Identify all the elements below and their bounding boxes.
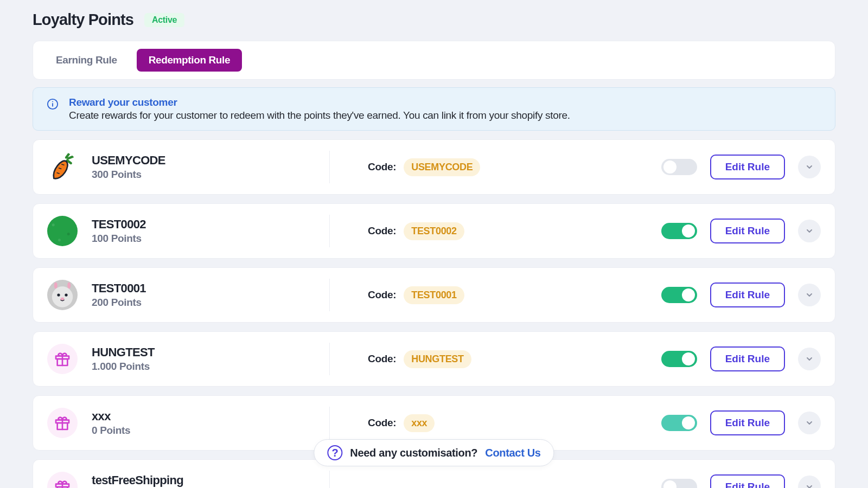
svg-point-11 [52,286,73,307]
rule-row: USEMYCODE 300 Points Code: USEMYCODE Edi… [33,139,835,195]
rule-points: 100 Points [92,233,146,245]
tab-redemption[interactable]: Redemption Rule [137,49,242,72]
rule-row: TEST0002 100 Points Code: TEST0002 Edit … [33,203,835,259]
enable-toggle[interactable] [661,479,697,488]
info-desc: Create rewards for your customer to rede… [69,110,570,121]
carrot-icon [47,152,78,182]
enable-toggle[interactable] [661,287,697,303]
expand-button[interactable] [798,348,821,370]
tabs-container: Earning Rule Redemption Rule [33,41,835,80]
divider [329,471,330,488]
code-wrap: Code: xxx [330,414,661,432]
svg-point-14 [61,297,65,300]
code-wrap: Code: TEST0001 [330,286,661,304]
rule-name: USEMYCODE [92,153,165,168]
code-label: Code: [368,161,396,173]
avatar-green [47,216,78,246]
expand-button[interactable] [798,284,821,306]
page-title: Loyalty Points [33,11,133,29]
help-floater: ? Need any customisation? Contact Us [314,439,554,466]
svg-point-13 [65,293,67,296]
edit-rule-button[interactable]: Edit Rule [710,282,785,307]
edit-rule-button[interactable]: Edit Rule [710,155,785,179]
enable-toggle[interactable] [661,159,697,175]
contact-link[interactable]: Contact Us [485,447,540,459]
edit-rule-button[interactable]: Edit Rule [710,219,785,243]
code-wrap: Code: HUNGTEST [330,350,661,368]
code-label: Code: [368,353,396,365]
gift-icon [47,344,78,374]
code-pill: xxx [404,414,435,432]
code-wrap: Code: USEMYCODE [330,158,661,176]
expand-button[interactable] [798,156,821,178]
rules-list: USEMYCODE 300 Points Code: USEMYCODE Edi… [33,139,835,488]
edit-rule-button[interactable]: Edit Rule [710,346,785,371]
expand-button[interactable] [798,220,821,242]
code-pill: USEMYCODE [404,158,480,176]
page-header: Loyalty Points Active [33,11,835,29]
enable-toggle[interactable] [661,351,697,367]
code-wrap: Code: TEST0002 [330,222,661,240]
rule-points: 1.000 Points [92,361,155,373]
rule-name: testFreeShipping [92,473,183,487]
bunny-icon [47,280,78,310]
rule-name: TEST0001 [92,281,146,296]
info-title: Reward your customer [69,97,570,108]
code-label: Code: [368,417,396,429]
enable-toggle[interactable] [661,223,697,239]
rule-row: HUNGTEST 1.000 Points Code: HUNGTEST Edi… [33,331,835,387]
rule-name: TEST0002 [92,217,146,232]
edit-rule-button[interactable]: Edit Rule [710,474,785,488]
gift-icon [47,472,78,488]
svg-point-12 [57,293,60,296]
rule-name: xxx [92,409,130,423]
code-label: Code: [368,225,396,237]
info-banner: Reward your customer Create rewards for … [33,87,835,131]
info-icon [46,98,59,111]
expand-button[interactable] [798,476,821,488]
code-pill: TEST0001 [404,286,464,304]
rule-row: TEST0001 200 Points Code: TEST0001 Edit … [33,267,835,323]
rule-points: 0 Points [92,425,130,436]
gift-icon [47,408,78,438]
svg-point-10 [67,282,71,288]
question-icon: ? [327,445,342,460]
tab-earning[interactable]: Earning Rule [44,49,129,72]
enable-toggle[interactable] [661,415,697,431]
rule-name: HUNGTEST [92,345,155,359]
rule-points: 300 Points [92,169,165,181]
code-pill: HUNGTEST [404,350,471,368]
code-pill: TEST0002 [404,222,464,240]
edit-rule-button[interactable]: Edit Rule [710,410,785,435]
svg-point-9 [54,282,58,288]
help-text: Need any customisation? [350,447,477,459]
status-badge: Active [144,13,184,27]
rule-points: 200 Points [92,297,146,309]
expand-button[interactable] [798,412,821,434]
code-label: Code: [368,289,396,301]
svg-point-2 [52,101,53,102]
